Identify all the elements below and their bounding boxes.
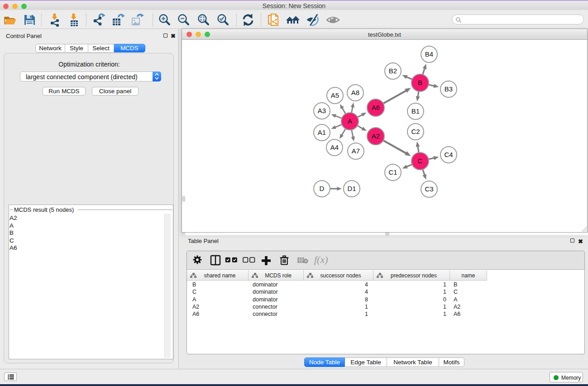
svg-text:A6: A6 (372, 104, 380, 111)
svg-text:A: A (348, 117, 352, 125)
svg-text:A4: A4 (330, 143, 339, 151)
svg-text:D: D (320, 185, 325, 192)
svg-text:A2: A2 (372, 132, 380, 140)
svg-text:C2: C2 (411, 128, 420, 135)
svg-text:B3: B3 (445, 85, 453, 93)
svg-text:B2: B2 (389, 67, 397, 75)
svg-text:C3: C3 (425, 185, 433, 193)
svg-text:B1: B1 (411, 107, 420, 115)
svg-text:A8: A8 (351, 89, 359, 96)
svg-text:D1: D1 (347, 185, 356, 192)
svg-text:B: B (418, 79, 422, 86)
svg-text:A3: A3 (318, 107, 326, 114)
svg-text:A5: A5 (331, 91, 339, 99)
svg-text:C: C (418, 157, 423, 165)
svg-text:A7: A7 (352, 147, 360, 155)
svg-text:A1: A1 (318, 129, 326, 136)
svg-text:C1: C1 (388, 168, 397, 176)
svg-text:B4: B4 (425, 50, 433, 58)
svg-text:C4: C4 (444, 151, 453, 158)
